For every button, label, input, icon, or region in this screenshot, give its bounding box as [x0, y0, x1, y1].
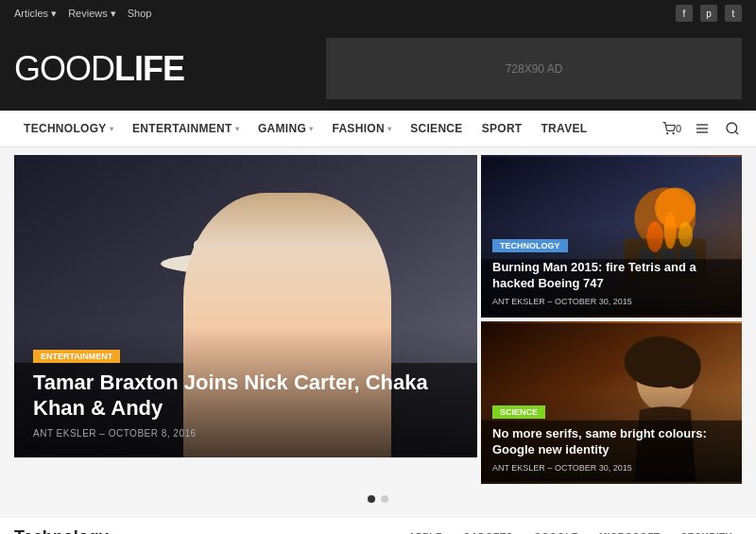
- header-ad: 728X90 AD: [326, 38, 742, 99]
- nav-items: Technology ▾ Entertainment ▾ Gaming ▾ Fa…: [14, 111, 596, 146]
- cart-icon[interactable]: 0: [662, 119, 681, 138]
- logo-light: GOOD: [14, 49, 114, 88]
- hero-author: ANT EKSLER: [33, 428, 96, 439]
- nav-sport[interactable]: Sport: [472, 111, 532, 146]
- slide-dots: [0, 488, 756, 510]
- section-tabs: Apple Gadgets Google Microsoft Security: [399, 528, 742, 535]
- technology-section-title: Technology: [14, 527, 109, 535]
- dash: –: [99, 428, 108, 439]
- side2-meta: ANT EKSLER – OCTOBER 30, 2015: [492, 463, 730, 473]
- side2-title: No more serifs, same bright colours: Goo…: [492, 426, 730, 458]
- chevron-down-icon: ▾: [110, 125, 113, 133]
- hero-main-overlay: Entertainment Tamar Braxton Joins Nick C…: [14, 327, 477, 457]
- tab-gadgets[interactable]: Gadgets: [454, 528, 523, 535]
- logo-bold: LIFE: [114, 49, 184, 88]
- side-article-2-overlay: Science No more serifs, same bright colo…: [481, 390, 742, 484]
- main-nav: Technology ▾ Entertainment ▾ Gaming ▾ Fa…: [0, 111, 756, 147]
- nav-gaming[interactable]: Gaming ▾: [249, 111, 322, 146]
- slide-dot-1[interactable]: [368, 495, 375, 503]
- nav-technology[interactable]: Technology ▾: [14, 111, 123, 146]
- hero-main-title: Tamar Braxton Joins Nick Carter, Chaka K…: [33, 370, 458, 421]
- twitter-icon[interactable]: t: [725, 5, 742, 22]
- search-icon[interactable]: [723, 119, 742, 138]
- top-link-reviews[interactable]: Reviews ▾: [68, 8, 116, 20]
- facebook-icon[interactable]: f: [676, 5, 693, 22]
- svg-point-10: [210, 252, 282, 332]
- side-article-2[interactable]: Science No more serifs, same bright colo…: [481, 321, 742, 484]
- side1-title: Burning Man 2015: fire Tetris and a hack…: [492, 260, 730, 292]
- hero-date: OCTOBER 8, 2016: [109, 428, 197, 439]
- hero-side-articles: Technology Burning Man 2015: fire Tetris…: [481, 155, 742, 484]
- technology-section-header: Technology Apple Gadgets Google Microsof…: [0, 518, 756, 535]
- chevron-down-icon: ▾: [387, 125, 391, 133]
- menu-icon[interactable]: [693, 119, 712, 138]
- ad-text: 728X90 AD: [506, 62, 563, 76]
- nav-science[interactable]: Science: [401, 111, 472, 146]
- side1-meta: ANT EKSLER – OCTOBER 30, 2015: [492, 297, 730, 306]
- svg-rect-9: [194, 240, 298, 268]
- tab-security[interactable]: Security: [671, 528, 742, 535]
- slide-dot-2[interactable]: [381, 495, 388, 503]
- nav-travel[interactable]: Travel: [531, 111, 596, 146]
- site-header: GOODLIFE 728X90 AD: [0, 26, 756, 111]
- svg-point-29: [660, 343, 700, 388]
- hero-category-badge: Entertainment: [33, 350, 120, 363]
- top-bar-links: Articles ▾ Reviews ▾ Shop: [14, 8, 151, 20]
- top-bar: Articles ▾ Reviews ▾ Shop f p t: [0, 0, 756, 26]
- hero-section: Entertainment Tamar Braxton Joins Nick C…: [0, 151, 756, 488]
- svg-line-6: [735, 131, 738, 134]
- nav-actions: 0: [662, 119, 742, 138]
- top-link-articles[interactable]: Articles ▾: [14, 8, 57, 20]
- side1-category-badge: Technology: [492, 239, 568, 252]
- svg-point-8: [161, 252, 331, 275]
- side-article-1[interactable]: Technology Burning Man 2015: fire Tetris…: [481, 155, 742, 318]
- cart-count: 0: [676, 123, 681, 134]
- top-link-shop[interactable]: Shop: [128, 8, 152, 20]
- side2-category-badge: Science: [492, 405, 545, 419]
- side-article-1-overlay: Technology Burning Man 2015: fire Tetris…: [481, 224, 742, 318]
- top-bar-social: f p t: [676, 5, 742, 22]
- svg-point-0: [667, 133, 668, 134]
- nav-entertainment[interactable]: Entertainment ▾: [123, 111, 249, 146]
- site-logo[interactable]: GOODLIFE: [14, 49, 184, 89]
- tab-apple[interactable]: Apple: [399, 528, 452, 535]
- hero-main-meta: ANT EKSLER – OCTOBER 8, 2016: [33, 428, 458, 439]
- pinterest-icon[interactable]: p: [700, 5, 717, 22]
- svg-point-11: [203, 240, 288, 297]
- tab-google[interactable]: Google: [524, 528, 588, 535]
- chevron-down-icon: ▾: [309, 125, 313, 133]
- nav-fashion[interactable]: Fashion ▾: [322, 111, 401, 146]
- tab-microsoft[interactable]: Microsoft: [590, 528, 670, 535]
- svg-point-5: [727, 123, 737, 133]
- chevron-down-icon: ▾: [235, 125, 239, 133]
- hero-main-article[interactable]: Entertainment Tamar Braxton Joins Nick C…: [14, 155, 477, 457]
- svg-point-1: [673, 133, 674, 134]
